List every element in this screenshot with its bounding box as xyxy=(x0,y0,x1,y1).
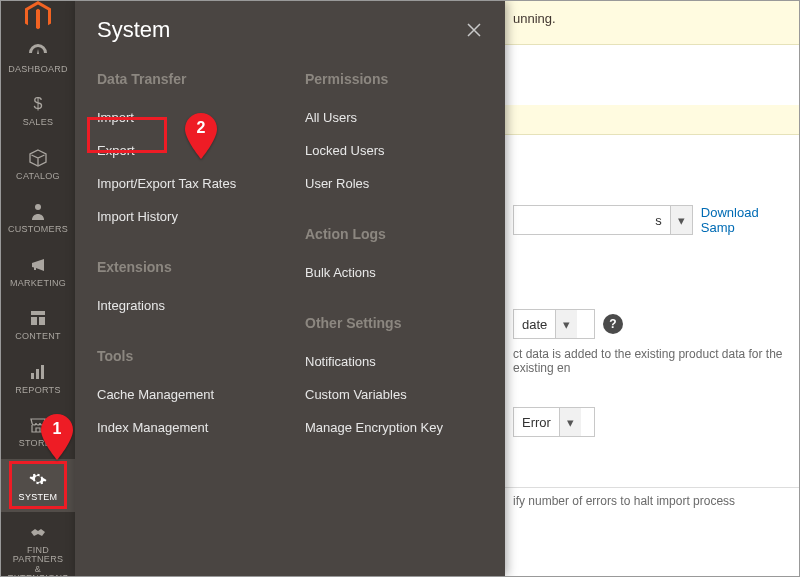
notice-banner-top: unning. xyxy=(505,1,799,45)
system-flyout: System Data Transfer Import Export Impor… xyxy=(75,1,505,576)
group-title-extensions: Extensions xyxy=(97,259,275,275)
import-behavior-row: date ▾ ? xyxy=(505,303,799,345)
store-icon xyxy=(29,415,47,435)
group-title-permissions: Permissions xyxy=(305,71,483,87)
import-behavior-select[interactable]: date ▾ xyxy=(513,309,595,339)
box-icon xyxy=(29,148,47,168)
menu-item-user-roles[interactable]: User Roles xyxy=(305,167,483,200)
sidebar-item-reports[interactable]: REPORTS xyxy=(1,352,75,405)
sidebar-item-marketing[interactable]: MARKETING xyxy=(1,245,75,298)
sidebar-item-customers[interactable]: CUSTOMERS xyxy=(1,191,75,244)
menu-item-import-history[interactable]: Import History xyxy=(97,200,275,233)
download-sample-link[interactable]: Download Samp xyxy=(701,205,791,235)
sidebar-item-stores[interactable]: STORES xyxy=(1,405,75,458)
gear-icon xyxy=(29,469,47,489)
sidebar-item-label: STORES xyxy=(19,439,58,448)
menu-item-bulk-actions[interactable]: Bulk Actions xyxy=(305,256,483,289)
banner-text-fragment: unning. xyxy=(513,11,556,26)
menu-item-import[interactable]: Import xyxy=(97,101,275,134)
flyout-col-right: Permissions All Users Locked Users User … xyxy=(305,65,483,462)
sidebar-item-label: REPORTS xyxy=(15,386,60,395)
sidebar-item-system[interactable]: SYSTEM xyxy=(1,459,75,512)
group-title-tools: Tools xyxy=(97,348,275,364)
page-background: unning. s ▾ Download Samp date ▾ ? ct da… xyxy=(505,1,799,576)
svg-rect-5 xyxy=(31,373,34,379)
sidebar-item-label: SYSTEM xyxy=(19,493,58,502)
svg-rect-4 xyxy=(39,317,45,325)
entity-type-select[interactable]: s ▾ xyxy=(513,205,693,235)
group-title-data-transfer: Data Transfer xyxy=(97,71,275,87)
menu-item-locked-users[interactable]: Locked Users xyxy=(305,134,483,167)
magento-logo[interactable] xyxy=(1,1,75,31)
sidebar-item-label: CONTENT xyxy=(15,332,61,341)
sidebar-item-label: SALES xyxy=(23,118,54,127)
sidebar-item-label: DASHBOARD xyxy=(8,65,68,74)
sidebar-item-label: CATALOG xyxy=(16,172,60,181)
admin-sidebar: DASHBOARD $ SALES CATALOG CUSTOMERS MARK… xyxy=(1,1,75,576)
sidebar-item-sales[interactable]: $ SALES xyxy=(1,84,75,137)
dollar-icon: $ xyxy=(29,94,47,114)
sidebar-item-catalog[interactable]: CATALOG xyxy=(1,138,75,191)
svg-rect-6 xyxy=(36,369,39,379)
sidebar-item-dashboard[interactable]: DASHBOARD xyxy=(1,31,75,84)
footer-help-text: ify number of errors to halt import proc… xyxy=(505,487,799,516)
chevron-down-icon: ▾ xyxy=(559,408,581,436)
menu-item-import-export-tax-rates[interactable]: Import/Export Tax Rates xyxy=(97,167,275,200)
sidebar-item-find-partners[interactable]: FIND PARTNERS & EXTENSIONS xyxy=(1,512,75,577)
menu-item-cache-management[interactable]: Cache Management xyxy=(97,378,275,411)
help-icon[interactable]: ? xyxy=(603,314,623,334)
layout-icon xyxy=(29,308,47,328)
menu-item-custom-variables[interactable]: Custom Variables xyxy=(305,378,483,411)
menu-item-manage-encryption-key[interactable]: Manage Encryption Key xyxy=(305,411,483,444)
megaphone-icon xyxy=(29,255,47,275)
sidebar-item-label: MARKETING xyxy=(10,279,66,288)
group-title-action-logs: Action Logs xyxy=(305,226,483,242)
close-icon[interactable] xyxy=(465,21,483,39)
handshake-icon xyxy=(29,522,47,542)
menu-item-index-management[interactable]: Index Management xyxy=(97,411,275,444)
svg-rect-2 xyxy=(31,311,45,315)
menu-item-all-users[interactable]: All Users xyxy=(305,101,483,134)
validation-select[interactable]: Error ▾ xyxy=(513,407,595,437)
menu-item-integrations[interactable]: Integrations xyxy=(97,289,275,322)
behavior-help-text: ct data is added to the existing product… xyxy=(505,345,799,383)
svg-point-1 xyxy=(35,204,41,210)
svg-rect-7 xyxy=(41,365,44,379)
chevron-down-icon: ▾ xyxy=(555,310,577,338)
gauge-icon xyxy=(28,41,48,61)
menu-item-export[interactable]: Export xyxy=(97,134,275,167)
chevron-down-icon: ▾ xyxy=(670,206,692,234)
notice-banner-2 xyxy=(505,105,799,135)
svg-text:$: $ xyxy=(33,95,42,112)
sidebar-item-label: FIND PARTNERS & EXTENSIONS xyxy=(3,546,73,577)
flyout-title: System xyxy=(97,17,170,43)
flyout-col-left: Data Transfer Import Export Import/Expor… xyxy=(97,65,275,462)
entity-type-row: s ▾ Download Samp xyxy=(505,199,799,241)
menu-item-notifications[interactable]: Notifications xyxy=(305,345,483,378)
sidebar-item-content[interactable]: CONTENT xyxy=(1,298,75,351)
person-icon xyxy=(30,201,46,221)
validation-row: Error ▾ xyxy=(505,401,799,443)
sidebar-item-label: CUSTOMERS xyxy=(8,225,68,234)
bar-chart-icon xyxy=(29,362,47,382)
group-title-other-settings: Other Settings xyxy=(305,315,483,331)
svg-rect-3 xyxy=(31,317,37,325)
